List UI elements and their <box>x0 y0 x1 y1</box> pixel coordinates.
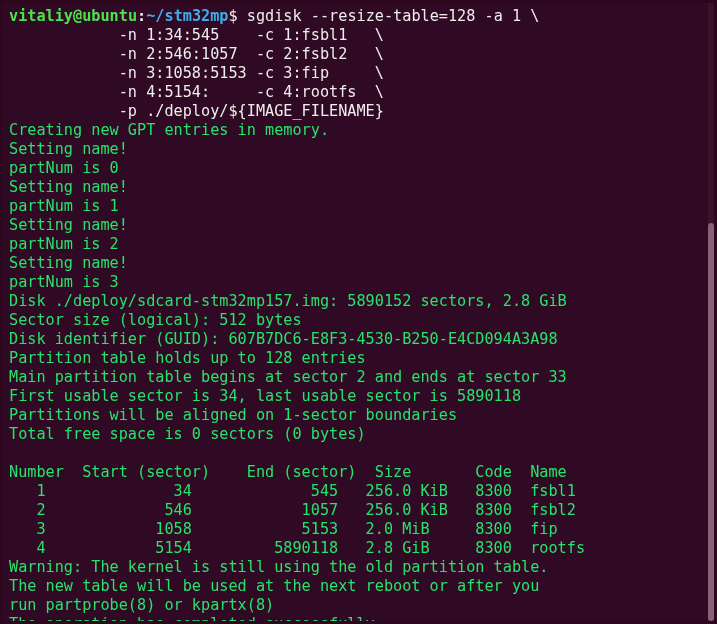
command-line-3: -n 2:546:1057 -c 2:fsbl2 \ <box>9 45 384 63</box>
output-line: run partprobe(8) or kpartx(8) <box>9 596 274 614</box>
prompt-colon: : <box>137 7 146 25</box>
output-line: partNum is 2 <box>9 235 119 253</box>
output-line: partNum is 3 <box>9 273 119 291</box>
output-line: partNum is 1 <box>9 197 119 215</box>
prompt-path: ~/stm32mp <box>146 7 228 25</box>
table-header: Number Start (sector) End (sector) Size … <box>9 463 567 481</box>
command-line-6: -p ./deploy/${IMAGE_FILENAME} <box>9 102 384 120</box>
command-line-4: -n 3:1058:5153 -c 3:fip \ <box>9 64 384 82</box>
command-line-5: -n 4:5154: -c 4:rootfs \ <box>9 83 384 101</box>
output-line: First usable sector is 34, last usable s… <box>9 387 521 405</box>
prompt-host: ubuntu <box>82 7 137 25</box>
scrollbar-thumb[interactable] <box>708 223 714 621</box>
output-line: The operation has completed successfully… <box>9 615 384 621</box>
output-line: Partitions will be aligned on 1-sector b… <box>9 406 457 424</box>
output-line: Warning: The kernel is still using the o… <box>9 558 548 576</box>
command-line-1: sgdisk --resize-table=128 -a 1 \ <box>247 7 540 25</box>
output-line: Creating new GPT entries in memory. <box>9 121 329 139</box>
command-line-2: -n 1:34:545 -c 1:fsbl1 \ <box>9 26 384 44</box>
output-line: Setting name! <box>9 216 128 234</box>
scrollbar-track[interactable] <box>708 3 714 621</box>
output-line: Disk identifier (GUID): 607B7DC6-E8F3-45… <box>9 330 558 348</box>
output-line: Sector size (logical): 512 bytes <box>9 311 302 329</box>
output-line: The new table will be used at the next r… <box>9 577 539 595</box>
terminal-output: vitaliy@ubuntu:~/stm32mp$ sgdisk --resiz… <box>3 3 714 621</box>
output-line: Setting name! <box>9 254 128 272</box>
terminal-window[interactable]: vitaliy@ubuntu:~/stm32mp$ sgdisk --resiz… <box>3 3 714 621</box>
prompt-user: vitaliy <box>9 7 73 25</box>
output-line: Disk ./deploy/sdcard-stm32mp157.img: 589… <box>9 292 567 310</box>
table-row: 1 34 545 256.0 KiB 8300 fsbl1 <box>9 482 576 500</box>
table-row: 2 546 1057 256.0 KiB 8300 fsbl2 <box>9 501 576 519</box>
output-line: Main partition table begins at sector 2 … <box>9 368 567 386</box>
prompt-dollar: $ <box>229 7 247 25</box>
output-line: Partition table holds up to 128 entries <box>9 349 366 367</box>
output-line: Setting name! <box>9 140 128 158</box>
output-line: Total free space is 0 sectors (0 bytes) <box>9 425 366 443</box>
output-line: partNum is 0 <box>9 159 119 177</box>
table-row: 3 1058 5153 2.0 MiB 8300 fip <box>9 520 558 538</box>
prompt-at: @ <box>73 7 82 25</box>
table-row: 4 5154 5890118 2.8 GiB 8300 rootfs <box>9 539 585 557</box>
output-line: Setting name! <box>9 178 128 196</box>
